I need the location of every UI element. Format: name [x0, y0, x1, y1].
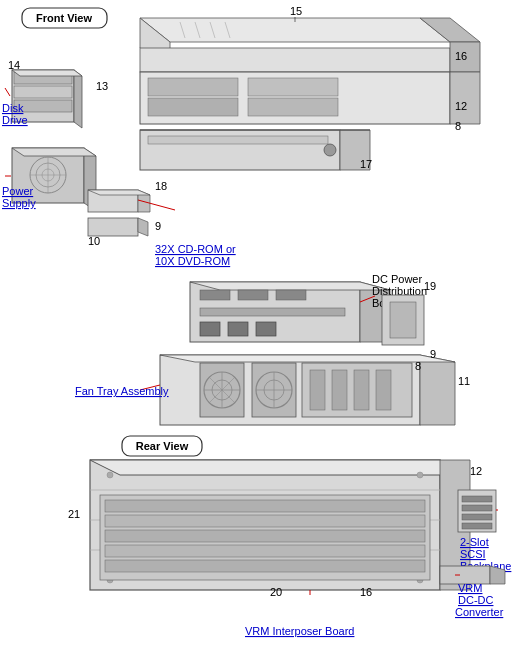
svg-marker-41 — [88, 190, 150, 195]
svg-marker-56 — [160, 355, 455, 362]
vrm-dc-label2[interactable]: DC-DC — [458, 594, 493, 606]
svg-rect-37 — [88, 218, 138, 236]
part-num-12: 12 — [455, 100, 467, 112]
svg-marker-55 — [420, 355, 455, 425]
svg-rect-93 — [462, 505, 492, 511]
part-num-14: 14 — [8, 59, 20, 71]
vrm-dc-label3[interactable]: Converter — [455, 606, 504, 618]
cdrom-label2[interactable]: 10X DVD-ROM — [155, 255, 230, 267]
vrm-dc-label1[interactable]: VRM — [458, 582, 482, 594]
part-num-8b: 8 — [415, 360, 421, 372]
svg-rect-51 — [256, 322, 276, 336]
disk-drive-label[interactable]: Disk — [2, 102, 24, 114]
part-num-9b: 9 — [430, 348, 436, 360]
power-supply-label2[interactable]: Supply — [2, 197, 36, 209]
part-num-20: 20 — [270, 586, 282, 598]
svg-rect-13 — [14, 86, 72, 98]
part-num-15: 15 — [290, 5, 302, 17]
part-num-9: 9 — [155, 220, 161, 232]
disk-drive-callout-line — [5, 88, 10, 96]
part-num-10: 10 — [88, 235, 100, 247]
svg-rect-95 — [462, 523, 492, 529]
svg-rect-72 — [354, 370, 369, 410]
svg-rect-73 — [376, 370, 391, 410]
part-num-17: 17 — [360, 158, 372, 170]
svg-rect-47 — [276, 290, 306, 300]
svg-rect-88 — [105, 530, 425, 542]
part-num-12b: 12 — [470, 465, 482, 477]
scsi-label2[interactable]: SCSI — [460, 548, 486, 560]
svg-rect-94 — [462, 514, 492, 520]
rear-view-label: Rear View — [136, 440, 189, 452]
svg-rect-19 — [148, 78, 238, 96]
svg-marker-18 — [450, 72, 480, 124]
svg-rect-71 — [332, 370, 347, 410]
svg-rect-20 — [148, 98, 238, 116]
svg-point-82 — [417, 472, 423, 478]
svg-rect-86 — [105, 500, 425, 512]
part-num-21: 21 — [68, 508, 80, 520]
cdrom-label1[interactable]: 32X CD-ROM or — [155, 243, 236, 255]
power-supply-label[interactable]: Power — [2, 185, 34, 197]
svg-rect-4 — [140, 48, 450, 72]
svg-rect-22 — [248, 98, 338, 116]
svg-rect-48 — [200, 308, 345, 316]
part-num-8: 8 — [455, 120, 461, 132]
svg-marker-16 — [12, 70, 82, 76]
svg-rect-70 — [310, 370, 325, 410]
svg-rect-92 — [462, 496, 492, 502]
part-num-16b: 16 — [360, 586, 372, 598]
svg-rect-26 — [148, 136, 328, 144]
dc-power-label1: DC Power — [372, 273, 422, 285]
part-num-18: 18 — [155, 180, 167, 192]
svg-rect-46 — [238, 290, 268, 300]
diagram-container: Front View 15 16 14 — [0, 0, 520, 650]
svg-point-27 — [324, 144, 336, 156]
front-view-label: Front View — [36, 12, 92, 24]
svg-rect-45 — [200, 290, 230, 300]
svg-marker-38 — [138, 218, 148, 236]
svg-rect-87 — [105, 515, 425, 527]
part-num-11: 11 — [458, 375, 470, 387]
svg-rect-21 — [248, 78, 338, 96]
svg-marker-76 — [90, 460, 470, 475]
svg-rect-89 — [105, 545, 425, 557]
fan-tray-label[interactable]: Fan Tray Assembly — [75, 385, 169, 397]
part-num-13: 13 — [96, 80, 108, 92]
svg-marker-15 — [74, 70, 82, 128]
svg-rect-50 — [228, 322, 248, 336]
svg-point-81 — [107, 472, 113, 478]
vrm-interposer-label[interactable]: VRM Interposer Board — [245, 625, 354, 637]
svg-rect-53 — [390, 302, 416, 338]
disk-drive-label2[interactable]: Drive — [2, 114, 28, 126]
part-num-16: 16 — [455, 50, 467, 62]
svg-marker-44 — [190, 282, 390, 290]
svg-rect-49 — [200, 322, 220, 336]
part-num-19: 19 — [424, 280, 436, 292]
svg-marker-30 — [12, 148, 96, 156]
scsi-label1[interactable]: 2-Slot — [460, 536, 489, 548]
svg-rect-90 — [105, 560, 425, 572]
